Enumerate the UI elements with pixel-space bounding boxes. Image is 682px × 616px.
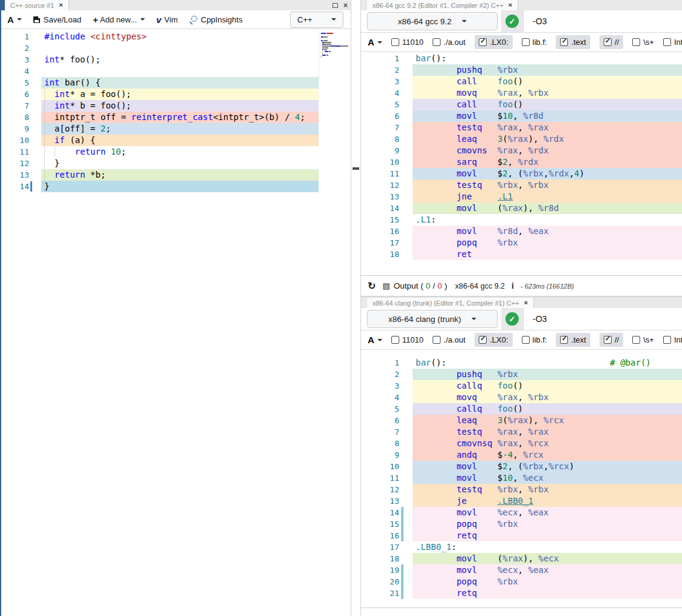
add-new-button[interactable]: + Add new...	[93, 15, 144, 25]
close-icon[interactable]: ×	[524, 300, 528, 306]
code-token: %rdx	[518, 157, 539, 167]
maximize-icon[interactable]	[333, 3, 338, 8]
code-token: ,	[518, 438, 528, 448]
vim-button[interactable]: v Vim	[157, 15, 178, 25]
code-token	[85, 32, 90, 41]
source-editor[interactable]: 1#include <cinttypes>23int* foo();45int …	[0, 29, 351, 616]
refresh-icon[interactable]: ↻	[368, 280, 376, 292]
code-token	[416, 392, 456, 402]
code-token: %rbx	[528, 88, 549, 98]
code-token	[416, 519, 456, 529]
cppinsights-button[interactable]: CppInsights	[189, 15, 243, 24]
filter-toggle-text[interactable]: .text	[556, 333, 590, 347]
code-line: 4	[0, 65, 351, 77]
info-icon[interactable]: i	[512, 281, 514, 291]
filter-toggle-Intel[interactable]: Intel	[663, 38, 682, 47]
code-token	[416, 404, 456, 413]
code-token	[416, 427, 456, 437]
code-token: %rbx	[523, 169, 544, 178]
gutter-margin	[29, 135, 41, 146]
compiler-select-clang[interactable]: x86-64 clang (trunk)	[367, 310, 498, 328]
tab-clang[interactable]: x86-64 clang (trunk) (Editor #1, Compile…	[367, 298, 534, 308]
filter-toggle-LX0[interactable]: .LX0:	[474, 35, 512, 49]
filter-toggle-libf[interactable]: lib.f:	[522, 335, 547, 344]
compiler-options-input-clang[interactable]: -O3	[523, 308, 682, 330]
gutter-margin	[399, 214, 413, 226]
checkbox-icon	[632, 336, 640, 344]
code-token	[416, 507, 456, 517]
code-token	[416, 461, 456, 471]
splitter-handle[interactable]	[353, 167, 359, 170]
filter-toggle-aout[interactable]: ./a.out	[433, 38, 465, 47]
line-number: 7	[361, 426, 399, 438]
asm-label-link[interactable]: .LBB0_1	[498, 496, 533, 506]
output-toggle-button[interactable]: ▤ Output (0/0)	[382, 281, 447, 290]
filter-toggle-LX0[interactable]: .LX0:	[474, 333, 512, 347]
code-text	[41, 42, 319, 54]
code-token: .LBB0_1	[416, 542, 451, 552]
code-token	[44, 101, 55, 110]
compiler-select-gcc[interactable]: x86-64 gcc 9.2	[367, 12, 498, 30]
code-text: retq	[413, 588, 682, 599]
code-token: <intptr_t>(b) /	[213, 112, 295, 122]
filter-toggle-Intel[interactable]: Intel	[663, 335, 682, 344]
filter-toggle-s[interactable]: \s+	[632, 38, 654, 47]
checkbox-checked-icon	[604, 336, 612, 344]
code-line: 19 movl %ecx, %eax	[361, 564, 682, 576]
minimap[interactable]	[319, 31, 350, 90]
code-text: movl (%rax), %r8d	[413, 203, 682, 214]
code-line: 8 cmovnsq %rax, %rcx	[361, 438, 682, 449]
font-size-button[interactable]: A	[7, 15, 22, 25]
save-load-label: Save/Load	[44, 15, 81, 24]
code-text: movq %rax, %rbx	[413, 392, 682, 403]
asm-label-link[interactable]: .L1	[498, 192, 513, 201]
filter-toggle-[interactable]: //	[599, 333, 623, 347]
filter-toggle-text[interactable]: .text	[556, 35, 590, 49]
close-icon[interactable]: ×	[343, 1, 348, 10]
line-number: 10	[361, 156, 399, 168]
compiler-options-input-gcc[interactable]: -O3	[523, 10, 682, 32]
gutter-margin	[399, 380, 413, 392]
code-line: 13 jne .L1	[361, 191, 682, 203]
code-text: movl $2, (%rbx,%rcx)	[413, 461, 682, 472]
code-token	[477, 577, 498, 586]
filter-label: //	[615, 38, 619, 47]
tab-source[interactable]: C++ source #1 ×	[5, 0, 69, 10]
code-token	[416, 438, 456, 448]
code-token: %eax	[528, 507, 549, 517]
language-select[interactable]: C++	[290, 12, 343, 28]
filter-toggle-11010[interactable]: 11010	[391, 38, 424, 47]
filter-label: \s+	[643, 38, 654, 47]
code-token: ,	[518, 180, 528, 190]
filter-toggle-aout[interactable]: ./a.out	[433, 335, 465, 344]
close-icon[interactable]: ×	[59, 2, 62, 8]
line-number: 15	[361, 214, 399, 226]
line-number: 14	[361, 507, 399, 518]
gutter-margin	[399, 438, 413, 449]
filter-toggle-[interactable]: //	[599, 35, 623, 49]
code-token	[416, 531, 456, 540]
filter-toggle-s[interactable]: \s+	[632, 335, 654, 344]
clang-asm-editor[interactable]: 1bar(): # @bar()2 pushq %rbx3 callq foo(…	[361, 350, 682, 608]
close-icon[interactable]: ×	[508, 2, 512, 8]
code-text: int bar() {	[41, 77, 319, 89]
gutter-margin	[399, 357, 413, 369]
source-pane-header: C++ source #1 × ×	[0, 0, 351, 10]
filter-toggle-11010[interactable]: 11010	[391, 335, 424, 344]
code-token: movl	[456, 461, 477, 471]
font-size-button[interactable]: A	[368, 335, 382, 345]
tab-gcc[interactable]: x86-64 gcc 9.2 (Editor #1, Compiler #2) …	[367, 0, 518, 10]
pane-splitter[interactable]	[351, 0, 361, 616]
code-token: callq	[456, 404, 482, 413]
code-token	[416, 554, 456, 563]
save-load-button[interactable]: Save/Load	[33, 15, 81, 24]
code-token: %ecx	[538, 554, 559, 563]
code-token	[482, 381, 498, 390]
code-token: if	[55, 135, 65, 145]
filter-toggle-libf[interactable]: lib.f:	[522, 38, 547, 47]
gcc-asm-editor[interactable]: 1bar():2 pushq %rbx3 call foo()4 movq %r…	[361, 52, 682, 275]
code-token: , (	[508, 169, 523, 178]
pane-controls: ×	[333, 0, 351, 10]
font-size-button[interactable]: A	[368, 37, 382, 47]
code-token: %rbx	[498, 369, 518, 379]
